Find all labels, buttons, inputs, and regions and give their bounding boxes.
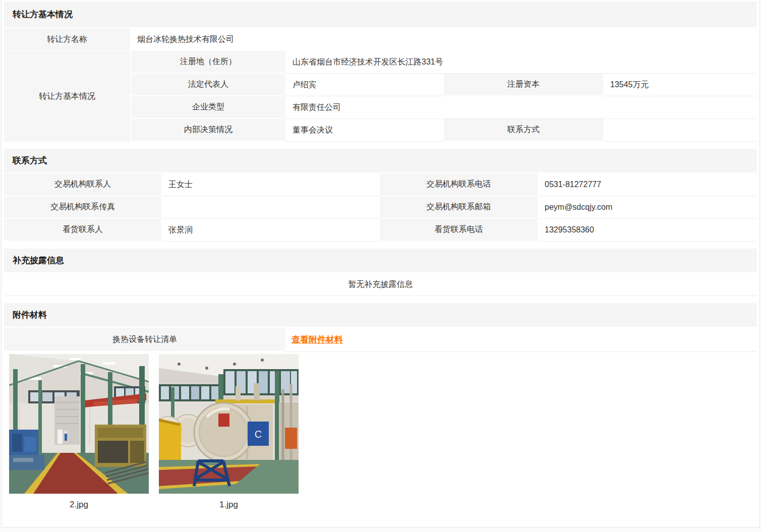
registered-address-value: 山东省烟台市经济技术开发区长江路331号: [285, 51, 757, 74]
legal-representative-label: 法定代表人: [130, 74, 285, 96]
section-supplement: 补充披露信息 暂无补充披露信息: [4, 249, 757, 296]
agency-contact-fax-label: 交易机构联系传真: [4, 196, 161, 219]
page-content: 转让方基本情况 转让方名称 烟台冰轮换热技术有限公司 转让方基本情况 注册地（住…: [1, 0, 760, 527]
agency-contact-fax-value: [161, 196, 380, 219]
registered-capital-label: 注册资本: [444, 74, 603, 96]
internal-decision-label: 内部决策情况: [130, 119, 285, 142]
section-supplement-title: 补充披露信息: [4, 249, 757, 272]
legal-representative-value: 卢绍宾: [285, 74, 444, 96]
heat-exchanger-illustration: C: [159, 354, 299, 494]
section-basic-info-title: 转让方基本情况: [4, 2, 757, 27]
attachment-figure-1jpg: C: [159, 354, 299, 510]
agency-contact-phone-label: 交易机构联系电话: [380, 173, 538, 196]
internal-decision-value: 董事会决议: [285, 119, 444, 142]
section-contact-title: 联系方式: [4, 149, 757, 172]
attachments-table: 换热设备转让清单 查看附件材料: [4, 328, 757, 352]
contact-method-label: 联系方式: [444, 119, 603, 142]
registered-capital-value: 13545万元: [603, 74, 757, 96]
contact-table: 交易机构联系人 王女士 交易机构联系电话 0531-81272777 交易机构联…: [4, 173, 757, 242]
agency-contact-email-value: peym@sdcqjy.com: [538, 196, 757, 219]
enterprise-type-value: 有限责任公司: [285, 96, 757, 119]
attachment-thumbnail-1jpg[interactable]: C: [159, 354, 299, 494]
agency-contact-email-label: 交易机构联系邮箱: [380, 196, 538, 219]
basic-info-table: 转让方名称 烟台冰轮换热技术有限公司 转让方基本情况 注册地（住所） 山东省烟台…: [4, 28, 757, 142]
attachment-filename-2jpg: 2.jpg: [9, 500, 149, 510]
agency-contact-person-label: 交易机构联系人: [4, 173, 161, 196]
registered-address-label: 注册地（住所）: [130, 51, 285, 74]
viewing-contact-person-label: 看货联系人: [4, 219, 161, 242]
view-attachment-link[interactable]: 查看附件材料: [291, 334, 343, 345]
transferor-name-label: 转让方名称: [4, 28, 130, 51]
section-basic-info: 转让方基本情况 转让方名称 烟台冰轮换热技术有限公司 转让方基本情况 注册地（住…: [4, 2, 757, 142]
attachment-thumbnail-2jpg[interactable]: [9, 354, 149, 494]
factory-workshop-illustration: [9, 354, 149, 494]
viewing-contact-phone-label: 看货联系电话: [380, 219, 538, 242]
attachment-item-label: 换热设备转让清单: [4, 328, 285, 352]
viewing-contact-person-value: 张景润: [161, 219, 380, 242]
attachment-figure-2jpg: 2.jpg: [9, 354, 149, 510]
attachment-link-cell: 查看附件材料: [285, 328, 757, 352]
viewing-contact-phone-value: 13295358360: [538, 219, 757, 242]
agency-contact-phone-value: 0531-81272777: [538, 173, 757, 196]
section-contact: 联系方式 交易机构联系人 王女士 交易机构联系电话 0531-81272777 …: [4, 149, 757, 242]
contact-method-value: [603, 119, 757, 142]
section-attachments: 附件材料 换热设备转让清单 查看附件材料: [4, 303, 757, 510]
svg-text:C: C: [255, 429, 262, 440]
supplement-empty-text: 暂无补充披露信息: [4, 273, 757, 296]
attachment-filename-1jpg: 1.jpg: [159, 500, 299, 510]
basic-info-group-label: 转让方基本情况: [4, 51, 130, 142]
agency-contact-person-value: 王女士: [161, 173, 380, 196]
enterprise-type-label: 企业类型: [130, 96, 285, 119]
attachment-thumbnails: 2.jpg: [4, 354, 757, 510]
transferor-name-value: 烟台冰轮换热技术有限公司: [130, 28, 757, 51]
section-attachments-title: 附件材料: [4, 303, 757, 327]
